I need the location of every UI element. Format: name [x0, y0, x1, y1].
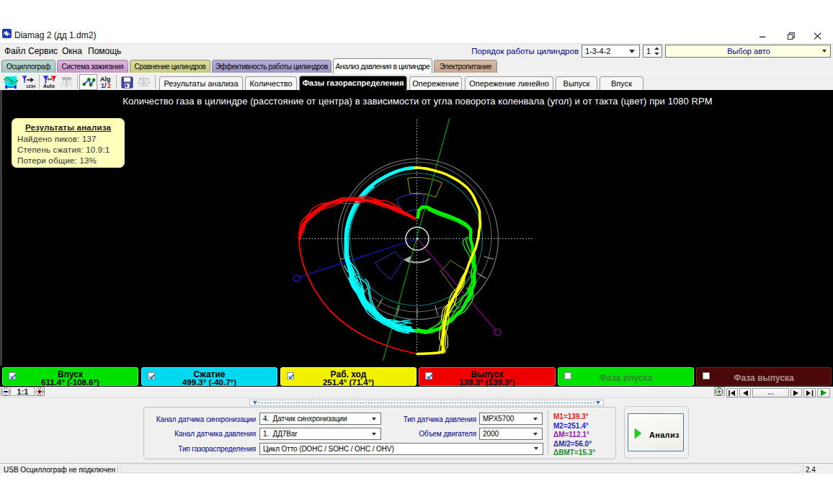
svg-text:1234: 1234	[26, 84, 35, 89]
svg-text:/: /	[104, 82, 107, 89]
svg-text:Auto: Auto	[43, 84, 55, 89]
svg-text:2: 2	[107, 82, 111, 89]
